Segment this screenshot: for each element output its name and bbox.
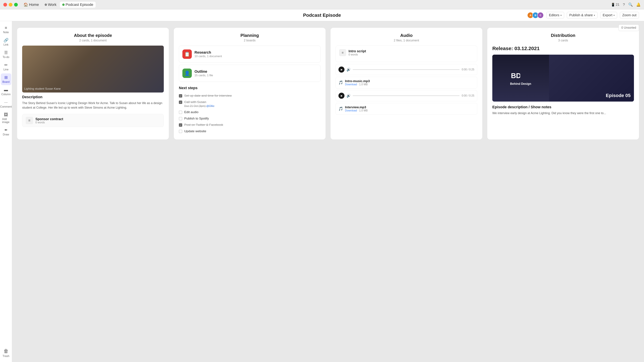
photo-container: Lighting student Susan Kane bbox=[22, 46, 164, 93]
traffic-lights bbox=[3, 3, 18, 6]
sidebar-item-board[interactable]: ⊞ Board bbox=[1, 73, 11, 85]
sidebar-item-draw[interactable]: ✒ Draw bbox=[1, 126, 11, 138]
sidebar-item-addimage[interactable]: 🖼 Add image bbox=[1, 111, 11, 125]
intro-script-icon: ≡ bbox=[339, 49, 346, 56]
research-icon: 📋 bbox=[182, 49, 192, 59]
intro-script-info: Intro script 0 words bbox=[348, 49, 366, 56]
note-icon: ≡ bbox=[5, 25, 7, 30]
audio-card-title: Audio bbox=[336, 33, 477, 38]
close-button[interactable] bbox=[3, 3, 7, 6]
tab-work[interactable]: Work bbox=[42, 2, 59, 8]
podcast-dot bbox=[62, 3, 64, 6]
checkbox-edit[interactable] bbox=[179, 111, 182, 114]
export-label: Export bbox=[603, 13, 612, 17]
download-link-2[interactable]: Download bbox=[345, 109, 357, 112]
show-notes-text: We interview early design at Acme Lighti… bbox=[492, 111, 634, 116]
checklist-item-edit: Edit audio bbox=[179, 109, 320, 115]
minimize-button[interactable] bbox=[9, 3, 12, 6]
publish-chevron: ▾ bbox=[594, 14, 595, 16]
sidebar-item-line[interactable]: ✏ Line bbox=[1, 61, 11, 73]
checklist-text-edit: Edit audio bbox=[184, 110, 198, 114]
bell-icon[interactable]: 🔔 bbox=[636, 2, 641, 7]
line-icon: ✏ bbox=[4, 63, 8, 67]
sidebar-item-column[interactable]: ▬ Column bbox=[1, 86, 11, 98]
topbar-actions: A B C Editors ▾ Publish & share ▾ Export… bbox=[527, 12, 639, 18]
intro-script-words: 0 words bbox=[348, 53, 366, 56]
about-card-title: About the episode bbox=[22, 33, 164, 38]
maximize-button[interactable] bbox=[14, 3, 18, 6]
trash-icon: 🗑 bbox=[4, 348, 8, 354]
thumb-right: Episode 05 bbox=[549, 55, 634, 102]
distribution-card-subtitle: 3 cards bbox=[492, 39, 634, 42]
publish-share-button[interactable]: Publish & share ▾ bbox=[567, 12, 598, 18]
play-button-1[interactable] bbox=[338, 67, 344, 73]
file-intro-name: Intro-music.mp3 bbox=[345, 79, 474, 83]
editors-button[interactable]: Editors ▾ bbox=[546, 12, 564, 18]
checklist-text-call: Call with Susan bbox=[184, 100, 214, 104]
research-info: Research 10 cards, 1 document bbox=[194, 50, 222, 58]
planning-item-research[interactable]: 📋 Research 10 cards, 1 document bbox=[179, 46, 320, 63]
avatar-3: C bbox=[537, 12, 544, 18]
file-interview-info: Interview.mp3 Download · 1.0 MB bbox=[345, 105, 474, 112]
audio-card-subtitle: 2 files, 1 document bbox=[336, 39, 477, 42]
play-button-2[interactable] bbox=[338, 93, 344, 99]
tab-work-label: Work bbox=[48, 2, 56, 7]
checkbox-post[interactable] bbox=[179, 123, 182, 127]
sidebar-item-todo[interactable]: ☰ To-do bbox=[1, 49, 11, 60]
checklist-text-setup: Set up date and time for interview bbox=[184, 94, 232, 98]
progress-bar-1[interactable] bbox=[353, 69, 460, 70]
device-icon: 📱 bbox=[611, 3, 615, 7]
intro-script-header: ≡ Intro script 0 words bbox=[339, 49, 474, 56]
comment-icon: ··· bbox=[4, 100, 8, 105]
todo-icon: ☰ bbox=[4, 50, 8, 55]
release-date: Release: 03.12.2021 bbox=[492, 46, 634, 51]
planning-card: Planning 2 boards 📋 Research 10 cards, 1… bbox=[174, 28, 326, 140]
outline-icon: 👤 bbox=[182, 69, 192, 78]
board-icon: ⊞ bbox=[4, 75, 8, 80]
help-icon[interactable]: ? bbox=[623, 2, 625, 7]
titlebar-right: 📱 21 ? 🔍 🔔 bbox=[611, 2, 641, 7]
search-icon[interactable]: 🔍 bbox=[628, 2, 633, 7]
editors-chevron: ▾ bbox=[560, 14, 562, 16]
planning-card-title: Planning bbox=[179, 33, 320, 38]
sidebar-item-note[interactable]: ≡ Note bbox=[1, 24, 11, 35]
sponsor-contract-item[interactable]: ≡ Sponsor contract 0 words bbox=[22, 114, 164, 127]
checkbox-call[interactable] bbox=[179, 101, 182, 104]
checkbox-update[interactable] bbox=[179, 130, 182, 133]
volume-icon-2: 🔊 bbox=[346, 94, 351, 98]
distribution-card-title: Distribution bbox=[492, 33, 634, 38]
checklist-item-call: Call with Susan Due 21 Oct (3pm) @Ollie bbox=[179, 99, 320, 109]
bd-logo: BD bbox=[510, 71, 531, 81]
audio-time-1: 0:00 / 0:25 bbox=[462, 68, 474, 71]
zoom-label: Zoom out bbox=[622, 13, 636, 17]
distribution-card-header: Distribution 3 cards bbox=[492, 33, 634, 42]
planning-item-outline[interactable]: 👤 Outline 15 cards, 1 file bbox=[179, 65, 320, 82]
checklist-item-post: Post on Twitter & Facebook bbox=[179, 122, 320, 128]
link-icon: 🔗 bbox=[4, 38, 8, 43]
checkbox-publish[interactable] bbox=[179, 117, 182, 120]
sidebar-item-trash[interactable]: 🗑 Trash bbox=[1, 347, 11, 359]
episode-badge: Episode 05 bbox=[606, 93, 630, 98]
tab-home[interactable]: 🏠 Home bbox=[21, 2, 41, 8]
outline-meta: 15 cards, 1 file bbox=[194, 74, 213, 77]
sidebar-item-comment[interactable]: ··· Comment bbox=[1, 98, 11, 110]
progress-bar-2[interactable] bbox=[353, 95, 460, 96]
outline-info: Outline 15 cards, 1 file bbox=[194, 69, 213, 77]
boards-row: About the episode 2 cards, 1 document Li… bbox=[17, 28, 639, 140]
download-link-1[interactable]: Download bbox=[345, 83, 357, 86]
file-intro-info: Intro-music.mp3 Download · 1.0 MB bbox=[345, 79, 474, 86]
checklist-item-setup: Set up date and time for interview bbox=[179, 93, 320, 99]
sidebar-item-link[interactable]: 🔗 Link bbox=[1, 36, 11, 48]
description-title: Description bbox=[22, 95, 164, 99]
export-button[interactable]: Export ▾ bbox=[600, 12, 617, 18]
checkbox-setup[interactable] bbox=[179, 94, 182, 98]
unsorted-button[interactable]: 0 Unsorted bbox=[618, 24, 639, 31]
zoom-button[interactable]: Zoom out bbox=[620, 12, 639, 18]
file-interview-size: · 1.0 MB bbox=[358, 109, 368, 112]
tab-podcast-label: Podcast Episode bbox=[66, 2, 93, 7]
page-title: Podcast Episode bbox=[303, 12, 341, 18]
about-card-header: About the episode 2 cards, 1 document bbox=[22, 33, 164, 42]
notification-area[interactable]: 📱 21 bbox=[611, 3, 620, 7]
tab-podcast[interactable]: Podcast Episode bbox=[60, 2, 96, 8]
photo-placeholder: Lighting student Susan Kane bbox=[22, 46, 164, 93]
